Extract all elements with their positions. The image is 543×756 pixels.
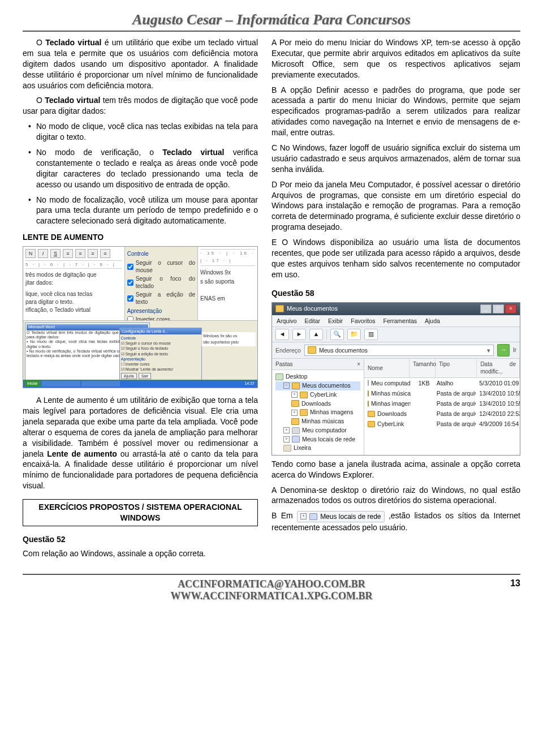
start-button[interactable]: Iniciar — [24, 380, 41, 386]
col-tamanho[interactable]: Tamanho — [410, 359, 436, 377]
group-controle: Controle — [127, 250, 195, 258]
text: O — [36, 96, 45, 105]
mini-help-btn[interactable]: Ajuda — [121, 373, 137, 379]
folder-tree-pane: Pastas × Desktop −Meus documentos +Cyber… — [272, 359, 364, 455]
back-button[interactable]: ◄ — [275, 329, 289, 340]
chk-seguir-edicao[interactable]: Seguir a edição de texto — [127, 291, 195, 306]
tree-downloads[interactable]: Downloads — [275, 400, 360, 409]
bold-term: Teclado virtual — [45, 38, 101, 47]
menu-exibir[interactable]: Exibir — [328, 317, 343, 325]
footer-email: ACCINFORMATICA@YAHOO.COM.BR — [23, 578, 520, 590]
mini-group: Apresentação — [121, 356, 201, 362]
page-title: Augusto Cesar – Informática Para Concurs… — [23, 11, 520, 28]
chevron-down-icon[interactable]: ▾ — [487, 346, 490, 354]
lente-p: A Lente de aumento é um utilitário de ex… — [23, 395, 258, 491]
mag-text-line: Windows 9x — [200, 268, 255, 277]
q58-opt-a: A Denomina-se desktop o diretório raiz d… — [272, 485, 520, 506]
computer-icon — [368, 380, 369, 386]
questao-58-head: Questão 58 — [272, 288, 520, 299]
bold-btn[interactable]: N — [25, 249, 36, 258]
chk-seguir-cursor[interactable]: Seguir o cursor do mouse — [127, 259, 195, 274]
q52-opt-d: D Por meio da janela Meu Computador, é p… — [272, 179, 520, 233]
italic-btn[interactable]: I — [38, 249, 48, 258]
col-tipo[interactable]: Tipo — [436, 359, 477, 377]
list-row[interactable]: CyberLink Pasta de arquivos 4/9/2009 16:… — [364, 419, 520, 429]
taskbar: Iniciar 14:37 — [23, 380, 257, 388]
justify-btn[interactable]: ≡ — [100, 249, 110, 258]
forward-button[interactable]: ► — [292, 329, 306, 340]
mini-chk: ☑ Seguir o cursor do mouse — [121, 341, 201, 346]
text: No modo de verificação, o — [36, 148, 162, 157]
explorer-titlebar[interactable]: Meus documentos _ □ × — [272, 303, 520, 315]
tree-cyberlink[interactable]: +CyberLink — [275, 390, 360, 400]
footer-site: WWW.ACCINFORMATICA1.XPG.COM.BR — [23, 590, 520, 602]
search-button[interactable]: 🔍 — [330, 329, 344, 340]
mag-right-pane: · 15 · | · 16 · | · 17 · | Windows 9x s … — [198, 247, 257, 320]
close-button[interactable]: × — [505, 304, 516, 313]
col-nome[interactable]: Nome — [364, 359, 410, 377]
questao-52-head: Questão 52 — [23, 534, 258, 545]
align-right-btn[interactable]: ≡ — [88, 249, 98, 258]
mini-exit-btn[interactable]: Sair — [139, 373, 151, 379]
tree-minhas-musicas[interactable]: Minhas músicas — [275, 417, 360, 426]
network-places-icon — [309, 513, 317, 520]
q52-opt-b: B A opção Definir acesso e padrões do pr… — [272, 85, 520, 138]
list-row[interactable]: Minhas imagens Pasta de arquivos 13/4/20… — [364, 398, 520, 409]
folders-pane-label: Pastas — [275, 360, 293, 368]
taskbar-item[interactable] — [42, 381, 80, 386]
close-pane-icon[interactable]: × — [357, 360, 360, 368]
teclado-p1: O Teclado virtual é um utilitário que ex… — [23, 37, 258, 91]
menu-ajuda[interactable]: Ajuda — [425, 317, 440, 325]
address-value: Meus documentos — [319, 346, 368, 354]
col-data[interactable]: Data de modific... — [477, 359, 520, 377]
chk-seguir-teclado[interactable]: Seguir o foco do teclado — [127, 275, 195, 290]
taskbar-clock: 14:37 — [244, 381, 256, 386]
mini-panel-titlebar: Configuração de Lente d... — [120, 328, 202, 334]
word-ruler: 5 · | · 6 · | · 7 · | · 8 · | — [25, 260, 122, 269]
folders-button[interactable]: 📁 — [347, 329, 361, 340]
meus-locais-rede-badge: + Meus locais de rede — [297, 511, 384, 522]
list-row[interactable]: Meu computador 1KB Atalho 5/3/2010 01:09 — [364, 378, 520, 388]
text: O — [36, 38, 45, 47]
tree-minhas-imagens[interactable]: +Minhas imagens — [275, 408, 360, 417]
menu-ferramentas[interactable]: Ferramentas — [383, 317, 417, 325]
tree-meus-locais-rede[interactable]: +Meus locais de rede — [275, 435, 360, 444]
go-button[interactable]: → — [497, 344, 510, 356]
explorer-window: Meus documentos _ □ × Arquivo Editar Exi… — [272, 302, 520, 456]
tree-desktop[interactable]: Desktop — [275, 372, 360, 381]
exercicios-box: EXERCÍCIOS PROPOSTOS / SISTEMA OPERACION… — [23, 499, 258, 526]
tree-meus-documentos[interactable]: −Meus documentos — [275, 381, 360, 390]
header-rule — [23, 31, 520, 32]
questao-52-text: Com relação ao Windows, assinale a opção… — [23, 548, 258, 559]
bold-term: Lente de aumento — [47, 449, 117, 458]
menu-favoritos[interactable]: Favoritos — [351, 317, 375, 325]
tree-lixeira[interactable]: Lixeira — [275, 444, 360, 453]
mag-desktop-thumbnail: Microsoft Word O Teclado virtual tem trê… — [23, 320, 257, 388]
up-button[interactable]: ▲ — [309, 329, 323, 340]
maximize-button[interactable]: □ — [493, 304, 504, 313]
list-row[interactable]: Minhas músicas Pasta de arquivos 13/4/20… — [364, 388, 520, 398]
taskbar-item[interactable] — [81, 381, 120, 386]
left-column: O Teclado virtual é um utilitário que ex… — [23, 37, 258, 564]
align-center-btn[interactable]: ≡ — [75, 249, 85, 258]
mini-group: Controle — [121, 336, 201, 341]
mini-text: são suportados pelo — [203, 340, 255, 346]
file-list-pane: Nome Tamanho Tipo Data de modific... Meu… — [364, 359, 520, 455]
underline-btn[interactable]: S — [50, 249, 61, 258]
explorer-addressbar: Endereço Meus documentos ▾ → Ir — [272, 342, 520, 359]
address-field[interactable]: Meus documentos ▾ — [304, 345, 494, 356]
mag-text-line: três modos de digitação que — [25, 271, 122, 279]
group-apresentacao: Apresentação — [127, 307, 195, 315]
list-row[interactable]: Downloads Pasta de arquivos 12/4/2010 22… — [364, 409, 520, 419]
tree-meu-computador[interactable]: +Meu computador — [275, 426, 360, 435]
teclado-p2: O Teclado virtual tem três modos de digi… — [23, 95, 258, 117]
views-button[interactable]: ▥ — [364, 329, 378, 340]
minimize-button[interactable]: _ — [480, 304, 492, 313]
menu-editar[interactable]: Editar — [305, 317, 320, 325]
mag-text-line: s são suporta — [200, 277, 255, 286]
mag-settings-pane: Controle Seguir o cursor do mouse Seguir… — [125, 247, 198, 320]
menu-arquivo[interactable]: Arquivo — [277, 317, 297, 325]
section-lente-aumento: LENTE DE AUMENTO — [23, 232, 258, 243]
q58-opt-b: B Em + Meus locais de rede ,estão listad… — [272, 510, 520, 532]
align-left-btn[interactable]: ≡ — [63, 249, 73, 258]
